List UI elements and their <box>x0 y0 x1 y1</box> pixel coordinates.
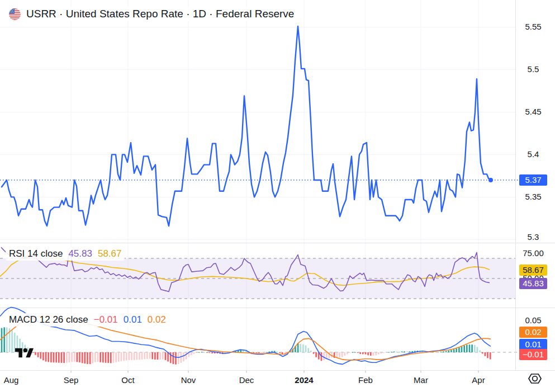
chart-root: USRR · United States Repo Rate · 1D · Fe… <box>0 0 555 392</box>
macd-badge: −0.01 <box>519 349 547 360</box>
rsi-ma-value: 58.67 <box>98 248 122 259</box>
macd-tick: 0.05 <box>516 315 550 325</box>
macd-badge: 0.01 <box>519 339 547 350</box>
month-label: Sep <box>54 375 88 385</box>
month-label: Oct <box>111 375 145 385</box>
us-flag-icon <box>9 8 21 20</box>
price-tick: 5.4 <box>516 149 550 159</box>
month-label: Mar <box>404 375 438 385</box>
month-label: Nov <box>172 375 205 385</box>
month-label: Apr <box>462 375 495 385</box>
rsi-tick: 75.00 <box>516 248 550 258</box>
month-label: 2024 <box>287 375 321 385</box>
eye-icon[interactable] <box>526 371 544 389</box>
month-label: Aug <box>0 375 28 385</box>
chart-canvas[interactable] <box>0 0 555 392</box>
month-label: Dec <box>230 375 263 385</box>
macd-legend[interactable]: MACD 12 26 close −0.01 0.01 0.02 <box>6 313 169 327</box>
symbol-title: USRR · United States Repo Rate · 1D · Fe… <box>26 8 294 20</box>
price-tick: 5.35 <box>516 192 550 202</box>
macd-signal-value: 0.02 <box>148 314 166 325</box>
rsi-legend-label: RSI 14 close <box>9 248 63 259</box>
macd-legend-label: MACD 12 26 close <box>9 314 88 325</box>
price-tick: 5.3 <box>516 232 550 242</box>
price-badge: 5.37 <box>519 174 547 186</box>
rsi-badge: 45.83 <box>519 278 547 289</box>
rsi-legend[interactable]: RSI 14 close 45.83 58.67 <box>6 247 125 261</box>
month-label: Feb <box>349 375 382 385</box>
symbol-legend[interactable]: USRR · United States Repo Rate · 1D · Fe… <box>6 7 297 21</box>
macd-histogram-value: −0.01 <box>94 314 118 325</box>
price-tick: 5.55 <box>516 22 550 32</box>
price-tick: 5.45 <box>516 107 550 117</box>
macd-badge: 0.02 <box>519 327 547 338</box>
rsi-badge: 58.67 <box>519 265 547 276</box>
tradingview-logo[interactable] <box>15 346 34 362</box>
price-tick: 5.5 <box>516 64 550 74</box>
rsi-value: 45.83 <box>68 248 92 259</box>
macd-value: 0.01 <box>124 314 142 325</box>
